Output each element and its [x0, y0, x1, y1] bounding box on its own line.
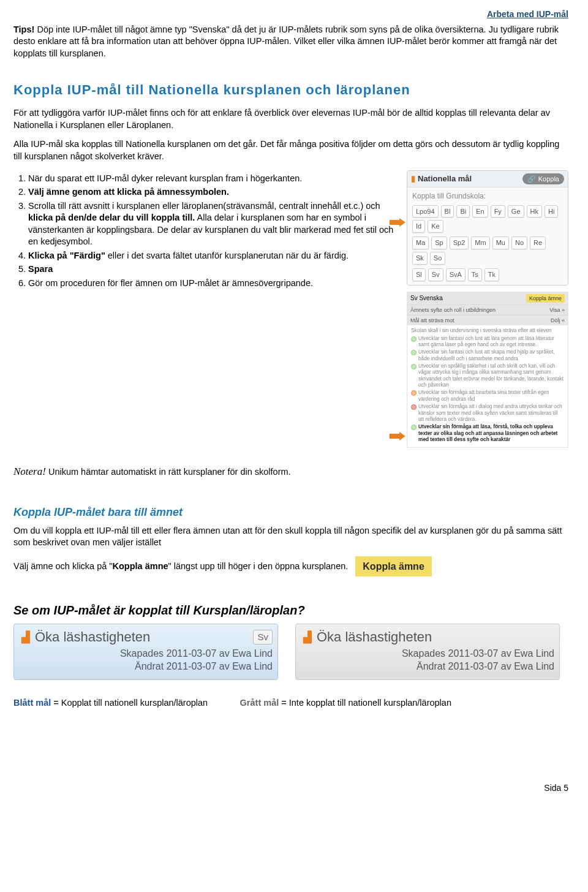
subject-chip[interactable]: Ts	[468, 268, 482, 281]
subject-chip[interactable]: Mu	[492, 236, 509, 249]
koppla-amne-mini-button[interactable]: Koppla ämne	[526, 294, 565, 303]
step-4: Klicka på "Färdig" eller i det svarta fä…	[28, 250, 398, 262]
kp-row-1-action[interactable]: Visa »	[549, 306, 565, 314]
subject-chip[interactable]: Bl	[441, 205, 454, 218]
subject-chip[interactable]: Re	[530, 236, 546, 249]
subject-chip[interactable]: Lpo94	[412, 205, 439, 218]
subject-chip[interactable]: SvA	[446, 268, 466, 281]
kp-subject-header: Sv Svenska	[410, 294, 443, 303]
kp-item-2[interactable]: Utvecklar sin fantasi och lust att skapa…	[418, 349, 564, 361]
panel-title: ▮ Nationella mål	[411, 173, 472, 184]
heading-koppla-nationella: Koppla IUP-mål till Nationella kursplane…	[13, 81, 568, 99]
kp-row-1-label: Ämnets syfte och roll i utbildningen	[410, 306, 496, 314]
goal-created: Skapades 2011-03-07 av Ewa Lind	[303, 648, 554, 660]
goal-card-blue[interactable]: ▟ Öka läshastigheten Sv Skapades 2011-03…	[13, 624, 278, 679]
step-1: När du sparat ett IUP-mål dyker relevant…	[28, 173, 398, 185]
nationella-mal-panel: ▮ Nationella mål 🔗 Koppla Koppla till Gr…	[407, 170, 568, 285]
subject-chip[interactable]: Tk	[484, 268, 499, 281]
subject-chip[interactable]: Hk	[527, 205, 542, 218]
kursplan-detail-panel: Sv Svenska Koppla ämne Ämnets syfte och …	[407, 292, 568, 448]
goal-modified: Ändrat 2011-03-07 av Ewa Lind	[303, 660, 554, 673]
step-4b: eller i det svarta fältet utanför kurspl…	[105, 251, 349, 260]
subject-chip[interactable]: Sv	[428, 268, 443, 281]
para-intro-2: Alla IUP-mål ska kopplas till Nationella…	[13, 138, 568, 162]
pointer-arrow-icon	[390, 432, 407, 440]
step-4a: Klicka på "Färdig"	[28, 251, 105, 260]
subject-chip[interactable]: Sl	[412, 268, 426, 281]
step-2-text: Välj ämne genom att klicka på ämnessymbo…	[28, 187, 229, 197]
subject-chip[interactable]: Bi	[456, 205, 470, 218]
doc-header-right: Arbeta med IUP-mål	[13, 9, 568, 20]
step-5-text: Spara	[28, 264, 53, 274]
status-dot-icon	[411, 336, 417, 342]
notera-label: Notera!	[13, 466, 46, 477]
subject-chip[interactable]: Fy	[491, 205, 505, 218]
step-5: Spara	[28, 263, 398, 276]
goal-icon: ▟	[21, 630, 30, 644]
kp-item-5[interactable]: Utvecklar sin förmåga att i dialog med a…	[418, 403, 564, 422]
step-2: Välj ämne genom att klicka på ämnessymbo…	[28, 186, 398, 198]
subject-chip-row-3: SlSvSvATsTk	[412, 268, 563, 281]
kp-row-2-label: Mål att sträva mot	[410, 317, 454, 324]
step-3a: Scrolla till rätt avsnitt i kursplanen e…	[28, 201, 380, 211]
status-dot-icon	[411, 390, 417, 396]
tips-text: Döp inte IUP-målet till något ämne typ "…	[13, 25, 559, 58]
koppla-button[interactable]: 🔗 Koppla	[522, 173, 564, 185]
tips-label: Tips!	[13, 25, 34, 34]
goal-modified: Ändrat 2011-03-07 av Ewa Lind	[21, 660, 273, 673]
kp-item-4[interactable]: Utvecklar sin förmåga att bearbeta sina …	[418, 389, 564, 402]
legend-blue-label: Blått mål	[13, 698, 51, 708]
para-amnet-1: Om du vill koppla ett IUP-mål till ett e…	[13, 525, 568, 549]
kp-item-6-selected[interactable]: Utvecklar sin förmåga att läsa, förstå, …	[418, 423, 564, 442]
legend-row: Blått mål = Kopplat till nationell kursp…	[13, 697, 568, 709]
subject-chip-row-1: Lpo94BlBiEnFyGeHkHiIdKe	[412, 205, 563, 233]
page-footer: Sida 5	[13, 782, 568, 794]
goal-card-gray[interactable]: ▟ Öka läshastigheten Skapades 2011-03-07…	[295, 624, 560, 679]
subject-chip[interactable]: Hi	[545, 205, 558, 218]
subject-badge: Sv	[253, 630, 273, 644]
goal-created: Skapades 2011-03-07 av Ewa Lind	[21, 648, 273, 660]
notera-text: Unikum hämtar automatiskt in rätt kurspl…	[46, 467, 291, 477]
subject-chip[interactable]: So	[430, 252, 445, 265]
pointer-arrow-icon	[390, 218, 407, 227]
legend-blue-text: = Kopplat till nationell kursplan/läropl…	[51, 698, 208, 708]
goal-title: Öka läshastigheten	[35, 628, 150, 646]
subject-chip-row-2: MaSpSp2MmMuNoReSkSo	[412, 236, 563, 265]
heading-se-om-kopplat: Se om IUP-målet är kopplat till Kursplan…	[13, 602, 568, 619]
tips-paragraph: Tips! Döp inte IUP-målet till något ämne…	[13, 24, 568, 60]
goal-icon: ▟	[303, 630, 312, 644]
para-intro-1: För att tydliggöra varför IUP-målet finn…	[13, 107, 568, 131]
kp-row-2-action[interactable]: Dölj «	[551, 317, 565, 324]
subject-chip[interactable]: Sp	[431, 236, 447, 249]
subject-chip[interactable]: En	[472, 205, 488, 218]
goal-title: Öka läshastigheten	[317, 628, 432, 646]
link-icon: 🔗	[527, 175, 536, 184]
subject-chip[interactable]: Sk	[412, 252, 428, 265]
step-3: Scrolla till rätt avsnitt i kursplanen e…	[28, 200, 398, 248]
kp-item-3[interactable]: Utvecklar en språklig säkerhet i tal och…	[418, 363, 564, 388]
subject-chip[interactable]: Id	[412, 220, 425, 233]
panel-subtitle: Koppla till Grundskola:	[412, 191, 563, 201]
subject-chip[interactable]: Ke	[428, 220, 443, 233]
steps-list: När du sparat ett IUP-mål dyker relevant…	[28, 173, 398, 290]
status-dot-icon	[411, 404, 417, 410]
kp-item-1[interactable]: Utvecklar sin fantasi och lust att lära …	[418, 335, 564, 348]
status-dot-icon	[411, 425, 417, 430]
notera-paragraph: Notera! Unikum hämtar automatiskt in rät…	[13, 465, 568, 479]
status-dot-icon	[411, 350, 417, 355]
flag-icon: ▮	[411, 173, 415, 184]
status-dot-icon	[411, 364, 417, 369]
subject-chip[interactable]: Sp2	[450, 236, 469, 249]
heading-koppla-amnet: Koppla IUP-målet bara till ämnet	[13, 505, 568, 520]
kp-intro: Skolan skall i sin undervisning i svensk…	[411, 327, 564, 333]
subject-chip[interactable]: No	[511, 236, 527, 249]
subject-chip[interactable]: Ma	[412, 236, 429, 249]
subject-chip[interactable]: Ge	[508, 205, 524, 218]
subject-chip[interactable]: Mm	[471, 236, 489, 249]
step-6: Gör om proceduren för fler ämnen om IUP-…	[28, 278, 398, 290]
koppla-amne-button[interactable]: Koppla ämne	[355, 556, 431, 577]
para-amnet-2: Välj ämne och klicka på "Koppla ämne" lä…	[13, 561, 348, 573]
step-3b: klicka på den/de delar du vill koppla ti…	[28, 213, 195, 222]
legend-gray-text: = Inte kopplat till nationell kursplan/l…	[279, 698, 451, 708]
legend-gray-label: Grått mål	[240, 698, 279, 708]
